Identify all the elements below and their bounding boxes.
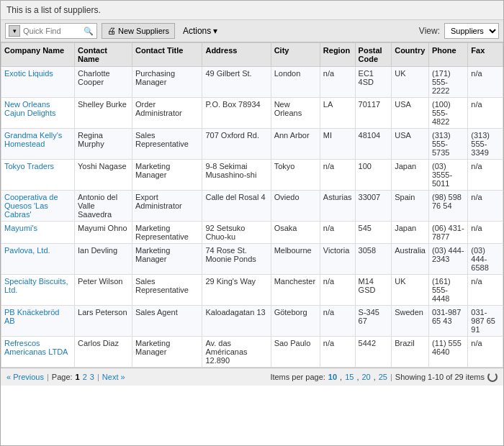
contact-title-cell: Export Administrator <box>132 191 202 222</box>
contact-title-cell: Marketing Manager <box>132 244 202 275</box>
contact-name-cell: Peter Wilson <box>75 275 132 306</box>
company-name-cell: Grandma Kelly's Homestead <box>1 129 75 160</box>
quick-find-input[interactable] <box>23 27 81 35</box>
prev-page-link[interactable]: « Previous <box>6 373 44 381</box>
contact-name-cell: Ian Devling <box>75 244 132 275</box>
phone-cell: (313) 555-5735 <box>428 129 467 160</box>
address-cell: 74 Rose St. Moonie Ponds <box>202 244 271 275</box>
address-cell: Kaloadagatan 13 <box>202 306 271 337</box>
contact-title-cell: Marketing Representative <box>132 222 202 244</box>
contact-name-cell: Regina Murphy <box>75 129 132 160</box>
table-row: Grandma Kelly's HomesteadRegina MurphySa… <box>1 129 503 160</box>
phone-cell: (06) 431-7877 <box>428 222 467 244</box>
items-25-link[interactable]: 25 <box>379 373 387 381</box>
postal-code-cell: M14 GSD <box>355 275 392 306</box>
col-fax: Fax <box>468 43 503 67</box>
toolbar: ▾ 🔍 🖨 New Suppliers Actions ▾ View: Supp… <box>1 20 503 42</box>
table-row: PB Knäckebröd ABLars PetersonSales Agent… <box>1 306 503 337</box>
region-cell: MI <box>320 129 355 160</box>
postal-code-cell: 70117 <box>355 98 392 129</box>
fax-cell: n/a <box>468 337 503 368</box>
region-cell: n/a <box>320 306 355 337</box>
info-text: This is a list of suppliers. <box>6 5 101 15</box>
footer-pagination: « Previous | Page: 1 2 3 | Next » <box>6 373 125 381</box>
contact-title-cell: Marketing Manager <box>132 160 202 191</box>
postal-code-cell: 100 <box>355 160 392 191</box>
new-suppliers-button[interactable]: 🖨 New Suppliers <box>102 23 175 39</box>
fax-cell: n/a <box>468 160 503 191</box>
items-15-link[interactable]: 15 <box>345 373 354 381</box>
search-icon[interactable]: 🔍 <box>84 27 94 36</box>
region-cell: n/a <box>320 67 355 98</box>
col-phone: Phone <box>428 43 467 67</box>
city-cell: Ann Arbor <box>271 129 320 160</box>
city-cell: New Orleans <box>271 98 320 129</box>
company-link[interactable]: Exotic Liquids <box>4 69 53 78</box>
postal-code-cell: 48104 <box>355 129 392 160</box>
company-link[interactable]: Specialty Biscuits, Ltd. <box>4 277 68 294</box>
table-row: Cooperativa de Quesos 'Las Cabras'Antoni… <box>1 191 503 222</box>
company-name-cell: Exotic Liquids <box>1 67 75 98</box>
page-1[interactable]: 1 <box>76 373 80 381</box>
col-country: Country <box>392 43 429 67</box>
company-link[interactable]: PB Knäckebröd AB <box>4 308 59 325</box>
new-suppliers-icon: 🖨 <box>107 26 116 36</box>
contact-name-cell: Antonio del Valle Saavedra <box>75 191 132 222</box>
quick-find-dropdown[interactable]: ▾ <box>9 25 20 37</box>
info-bar: This is a list of suppliers. <box>1 1 503 20</box>
city-cell: Oviedo <box>271 191 320 222</box>
phone-cell: (98) 598 76 54 <box>428 191 467 222</box>
contact-title-cell: Purchasing Manager <box>132 67 202 98</box>
contact-title-cell: Sales Representative <box>132 129 202 160</box>
city-cell: Tokyo <box>271 160 320 191</box>
table-row: Exotic LiquidsCharlotte CooperPurchasing… <box>1 67 503 98</box>
next-page-link[interactable]: Next » <box>102 373 125 381</box>
footer: « Previous | Page: 1 2 3 | Next » Items … <box>1 368 503 386</box>
items-10-link[interactable]: 10 <box>328 373 337 381</box>
company-name-cell: Pavlova, Ltd. <box>1 244 75 275</box>
quick-find-wrapper: ▾ 🔍 <box>5 23 97 39</box>
city-cell: Sao Paulo <box>271 337 320 368</box>
company-name-cell: Cooperativa de Quesos 'Las Cabras' <box>1 191 75 222</box>
country-cell: USA <box>392 98 429 129</box>
postal-code-cell: 33007 <box>355 191 392 222</box>
phone-cell: (100) 555-4822 <box>428 98 467 129</box>
contact-name-cell: Charlotte Cooper <box>75 67 132 98</box>
postal-code-cell: 545 <box>355 222 392 244</box>
company-name-cell: Refrescos Americanas LTDA <box>1 337 75 368</box>
region-cell: n/a <box>320 222 355 244</box>
address-cell: Av. das Américanas 12.890 <box>202 337 271 368</box>
region-cell: Victoria <box>320 244 355 275</box>
company-link[interactable]: Refrescos Americanas LTDA <box>4 339 68 356</box>
company-link[interactable]: Pavlova, Ltd. <box>4 246 50 255</box>
company-link[interactable]: Cooperativa de Quesos 'Las Cabras' <box>4 193 58 219</box>
page-3-link[interactable]: 3 <box>90 373 94 381</box>
company-link[interactable]: Mayumi's <box>4 224 37 232</box>
view-select-wrapper: Suppliers <box>444 23 499 39</box>
city-cell: Manchester <box>271 275 320 306</box>
actions-button[interactable]: Actions ▾ <box>179 23 221 39</box>
phone-cell: (161) 555-4448 <box>428 275 467 306</box>
company-link[interactable]: Tokyo Traders <box>4 162 54 170</box>
company-link[interactable]: New Orleans Cajun Delights <box>4 100 56 117</box>
page-2-link[interactable]: 2 <box>83 373 87 381</box>
contact-title-cell: Sales Representative <box>132 275 202 306</box>
country-cell: Spain <box>392 191 429 222</box>
items-per-page-label: Items per page: <box>270 373 325 381</box>
col-region: Region <box>320 43 355 67</box>
contact-name-cell: Yoshi Nagase <box>75 160 132 191</box>
fax-cell: (313) 555-3349 <box>468 129 503 160</box>
address-cell: 9-8 Sekimai Musashino-shi <box>202 160 271 191</box>
address-cell: P.O. Box 78934 <box>202 98 271 129</box>
col-contact-title: Contact Title <box>132 43 202 67</box>
company-name-cell: Tokyo Traders <box>1 160 75 191</box>
refresh-icon[interactable] <box>487 372 498 382</box>
items-20-link[interactable]: 20 <box>361 373 370 381</box>
postal-code-cell: 5442 <box>355 337 392 368</box>
fax-cell: n/a <box>468 67 503 98</box>
view-label: View: <box>419 26 440 36</box>
company-link[interactable]: Grandma Kelly's Homestead <box>4 131 62 148</box>
address-cell: 49 Gilbert St. <box>202 67 271 98</box>
address-cell: 707 Oxford Rd. <box>202 129 271 160</box>
view-select[interactable]: Suppliers <box>445 26 498 36</box>
